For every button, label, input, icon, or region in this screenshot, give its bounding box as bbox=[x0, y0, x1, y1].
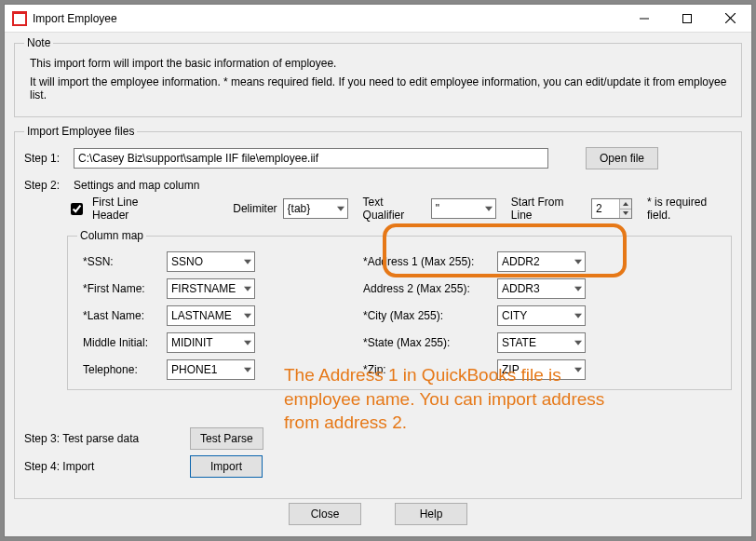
app-icon bbox=[12, 11, 27, 26]
footer-buttons: Close Help bbox=[5, 503, 751, 525]
close-button[interactable]: Close bbox=[289, 503, 361, 525]
text-qualifier-select[interactable] bbox=[431, 198, 496, 219]
titlebar: Import Employee bbox=[5, 5, 751, 33]
import-button[interactable]: Import bbox=[190, 455, 263, 478]
map-select-ssn[interactable] bbox=[167, 251, 255, 272]
map-select-address1[interactable] bbox=[497, 251, 586, 272]
map-select-telephone[interactable] bbox=[167, 359, 255, 380]
first-line-header-checkbox[interactable] bbox=[71, 203, 83, 215]
import-employee-window: Import Employee Note This import form wi… bbox=[4, 4, 752, 537]
column-map-right: *Address 1 (Max 255): Address 2 (Max 255… bbox=[363, 251, 586, 380]
note-line-2: It will import the employee information.… bbox=[30, 75, 732, 101]
map-label-address2: Address 2 (Max 255): bbox=[363, 282, 497, 295]
close-window-button[interactable] bbox=[709, 5, 751, 33]
step2-label: Step 2: bbox=[24, 179, 66, 192]
step2-heading: Settings and map column bbox=[74, 179, 199, 192]
map-select-middleinitial[interactable] bbox=[167, 332, 255, 353]
minimize-button[interactable] bbox=[623, 5, 666, 33]
window-body: Note This import form will import the ba… bbox=[5, 33, 751, 536]
annotation-text: The Address 1 in QuickBooks file is empl… bbox=[284, 363, 628, 435]
settings-row: First Line Header Delimiter Text Qualifi… bbox=[24, 196, 732, 222]
map-label-address1: *Address 1 (Max 255): bbox=[363, 255, 497, 268]
import-files-legend: Import Employee files bbox=[24, 125, 137, 138]
map-select-lastname[interactable] bbox=[167, 305, 255, 326]
map-select-city[interactable] bbox=[497, 305, 586, 326]
window-title: Import Employee bbox=[33, 12, 117, 25]
step3-label: Step 3: Test parse data bbox=[24, 432, 182, 445]
step1-label: Step 1: bbox=[24, 152, 66, 165]
help-button[interactable]: Help bbox=[395, 503, 467, 525]
map-select-firstname[interactable] bbox=[167, 278, 255, 299]
spin-down-button[interactable] bbox=[619, 210, 631, 219]
column-map-legend: Column map bbox=[77, 229, 146, 242]
step1-row: Step 1: Open file bbox=[24, 147, 732, 169]
bottom-steps: Step 3: Test parse data Test Parse Step … bbox=[24, 427, 732, 478]
delimiter-label: Delimiter bbox=[233, 202, 277, 215]
map-label-telephone: Telephone: bbox=[83, 363, 167, 376]
column-map-left: *SSN: *First Name: *Last Name: Middle In… bbox=[83, 251, 255, 380]
map-label-lastname: *Last Name: bbox=[83, 309, 167, 322]
map-label-firstname: *First Name: bbox=[83, 282, 167, 295]
file-path-input[interactable] bbox=[74, 148, 548, 169]
note-group: Note This import form will import the ba… bbox=[14, 36, 742, 117]
text-qualifier-label: Text Qualifier bbox=[363, 196, 425, 222]
import-files-group: Import Employee files Step 1: Open file … bbox=[14, 125, 742, 499]
note-line-1: This import form will import the basic i… bbox=[30, 57, 732, 70]
delimiter-select[interactable] bbox=[283, 198, 348, 219]
map-select-state[interactable] bbox=[497, 332, 586, 353]
step2-heading-row: Step 2: Settings and map column bbox=[24, 179, 732, 192]
test-parse-button[interactable]: Test Parse bbox=[190, 427, 263, 450]
map-label-middleinitial: Middle Initial: bbox=[83, 336, 167, 349]
first-line-header-label: First Line Header bbox=[92, 196, 176, 222]
map-label-city: *City (Max 255): bbox=[363, 309, 497, 322]
maximize-button[interactable] bbox=[666, 5, 709, 33]
note-legend: Note bbox=[24, 36, 53, 49]
open-file-button[interactable]: Open file bbox=[586, 147, 658, 169]
map-select-address2[interactable] bbox=[497, 278, 586, 299]
map-label-ssn: *SSN: bbox=[83, 255, 167, 268]
start-from-line-label: Start From Line bbox=[511, 196, 586, 222]
required-field-hint: * is required field. bbox=[647, 196, 732, 222]
step4-label: Step 4: Import bbox=[24, 460, 182, 473]
svg-rect-1 bbox=[683, 14, 692, 22]
map-label-state: *State (Max 255): bbox=[363, 336, 497, 349]
spin-up-button[interactable] bbox=[619, 199, 631, 210]
